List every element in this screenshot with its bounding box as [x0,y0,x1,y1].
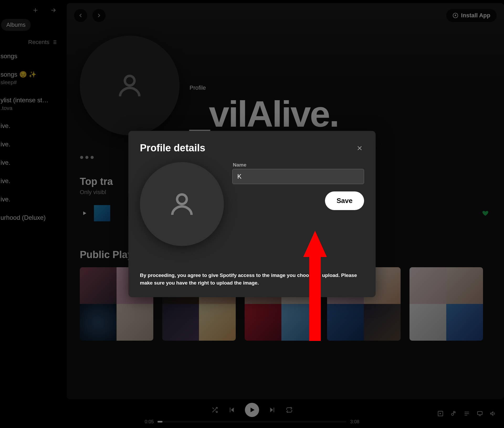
sidebar-item[interactable]: ive. [1,141,63,148]
download-icon [453,13,458,18]
nav-forward-button[interactable] [92,9,106,22]
lyrics-icon[interactable] [450,410,457,417]
progress-bar[interactable] [158,421,346,422]
heart-icon[interactable] [482,210,489,217]
person-icon [167,190,196,218]
time-duration: 3:08 [350,419,359,425]
sidebar-item[interactable]: songs 😔 ✨sleep# [1,71,63,85]
track-cover [94,205,110,221]
repeat-button[interactable] [286,406,293,413]
list-icon [52,39,58,45]
now-playing-view-icon[interactable] [437,410,444,417]
next-button[interactable] [269,406,276,413]
queue-icon[interactable] [464,410,470,417]
name-input-label: Name [233,162,364,168]
sidebar: Albums Recents songs songs 😔 ✨sleep# yli… [0,0,63,399]
recents-sort[interactable]: Recents [0,35,63,52]
expand-arrow-icon[interactable] [50,7,57,14]
sidebar-item[interactable]: ive. [1,196,63,203]
volume-icon[interactable] [490,410,496,417]
profile-type-label: Profile [190,84,338,91]
profile-avatar[interactable] [80,36,180,135]
player-bar: 0:05 3:08 [0,399,504,428]
time-elapsed: 0:05 [145,419,154,425]
more-options-button[interactable]: ••• [80,152,96,163]
play-icon[interactable] [82,211,87,216]
filter-chip-albums[interactable]: Albums [1,19,31,31]
sidebar-item[interactable]: ylist (intense st….tova [1,97,63,111]
svg-rect-3 [477,411,482,415]
profile-name: _vilAlive. [190,93,338,135]
sidebar-item[interactable]: urhood (Deluxe) [1,214,63,221]
modal-title: Profile details [140,142,205,154]
install-app-label: Install App [461,12,490,19]
connect-device-icon[interactable] [477,410,483,417]
recents-label: Recents [28,39,49,46]
close-button[interactable] [355,144,364,153]
sidebar-items: songs songs 😔 ✨sleep# ylist (intense st…… [0,52,63,221]
sidebar-item[interactable]: ive. [1,177,63,185]
add-icon[interactable] [32,7,39,14]
modal-legal-text: By proceeding, you agree to give Spotify… [140,272,364,287]
previous-button[interactable] [228,406,235,413]
sidebar-item[interactable]: songs [1,52,63,60]
shuffle-button[interactable] [211,406,218,413]
sidebar-item[interactable]: ive. [1,122,63,130]
install-app-button[interactable]: Install App [446,9,497,22]
name-input[interactable] [232,169,364,184]
modal-avatar-upload[interactable] [140,162,224,246]
svg-point-4 [177,194,187,204]
playlist-card[interactable] [410,267,483,341]
play-pause-button[interactable] [245,403,259,417]
svg-point-1 [125,76,135,85]
close-icon [356,145,363,152]
sidebar-item[interactable]: ive. [1,159,63,166]
save-button[interactable]: Save [325,191,364,210]
nav-back-button[interactable] [74,9,87,22]
profile-details-modal: Profile details Name Save By proceeding,… [128,131,376,297]
